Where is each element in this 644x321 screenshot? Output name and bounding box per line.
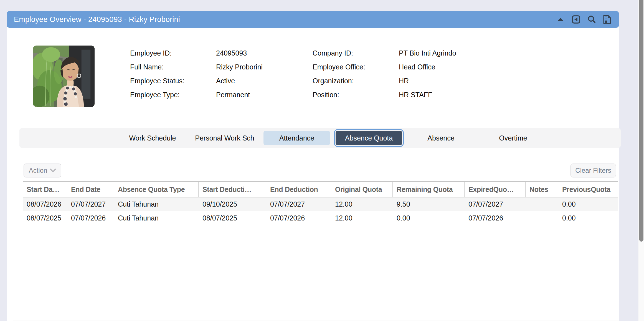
table-cell: 07/07/2027 — [465, 197, 526, 211]
table-cell: 09/10/2025 — [199, 197, 266, 211]
tab[interactable]: Overtime — [480, 131, 546, 145]
tab[interactable]: Work Schedule — [119, 131, 186, 145]
chevron-down-icon — [50, 169, 56, 172]
column-header[interactable]: PreviousQuota — [558, 182, 618, 197]
table-cell: 0.00 — [558, 211, 618, 225]
info-label: Company ID: — [313, 49, 399, 57]
table-cell: 07/07/2027 — [67, 197, 114, 211]
export-file-icon[interactable] — [602, 15, 612, 24]
column-header[interactable]: Original Quota — [331, 182, 393, 197]
clear-filters-button[interactable]: Clear Filters — [571, 164, 616, 177]
info-label: Full Name: — [130, 63, 216, 71]
tab[interactable]: Absence Quota — [336, 131, 402, 145]
tab[interactable]: Personal Work Sch — [191, 131, 258, 145]
table-cell — [526, 211, 558, 225]
table-cell: 9.50 — [393, 197, 465, 211]
table-cell: 07/07/2026 — [67, 211, 114, 225]
info-label: Employee Type: — [130, 91, 216, 99]
table-cell: 0.00 — [558, 197, 618, 211]
info-value: 24095093 — [216, 49, 247, 57]
table-cell: 07/07/2026 — [266, 211, 331, 225]
table-cell: 08/07/2026 — [23, 197, 67, 211]
employee-photo — [33, 46, 95, 107]
horizontal-scrollbar[interactable]: ◀ ▶ — [13, 320, 619, 321]
info-field: Employee Office: Head Office — [313, 60, 456, 74]
vertical-scrollbar-thumb[interactable] — [639, 0, 643, 242]
info-field: Employee ID: 24095093 — [130, 46, 263, 60]
info-label: Organization: — [313, 77, 399, 85]
action-button-label: Action — [29, 167, 47, 174]
table-cell: 0.00 — [393, 211, 465, 225]
tab[interactable]: Attendance — [263, 131, 330, 145]
table-cell: 12.00 — [331, 211, 393, 225]
column-header[interactable]: Start Deducti… — [199, 182, 266, 197]
column-header[interactable]: Start Da… — [23, 182, 67, 197]
table-cell: Cuti Tahunan — [114, 197, 199, 211]
action-button[interactable]: Action — [24, 164, 61, 177]
search-icon[interactable] — [587, 15, 596, 24]
panel-title: Employee Overview - 24095093 - Rizky Pro… — [14, 15, 180, 24]
info-value: Active — [216, 77, 235, 85]
employee-overview-panel: Employee Overview - 24095093 - Rizky Pro… — [7, 11, 619, 321]
tab-bar: Work Schedule Personal Work Sch Attendan… — [19, 128, 621, 148]
vertical-scrollbar[interactable] — [638, 0, 644, 321]
column-header[interactable]: End Date — [67, 182, 114, 197]
table-cell: 07/07/2027 — [266, 197, 331, 211]
column-header[interactable]: Absence Quota Type — [114, 182, 199, 197]
table-cell: 12.00 — [331, 197, 393, 211]
info-value: PT Bio Inti Agrindo — [399, 49, 456, 57]
info-value: Head Office — [399, 63, 435, 71]
collapse-icon[interactable] — [556, 15, 565, 24]
absence-quota-table: Start Da…End DateAbsence Quota TypeStart… — [23, 181, 618, 225]
info-label: Employee ID: — [130, 49, 216, 57]
tab[interactable]: Absence — [408, 131, 474, 145]
table-body: 08/07/202607/07/2027Cuti Tahunan09/10/20… — [23, 197, 618, 225]
info-value: HR — [399, 77, 409, 85]
column-header[interactable]: Remaining Quota — [393, 182, 465, 197]
table-row[interactable]: 08/07/202607/07/2027Cuti Tahunan09/10/20… — [23, 197, 618, 211]
info-field: Organization: HR — [313, 74, 456, 88]
table-cell: 07/07/2026 — [465, 211, 526, 225]
column-header[interactable]: End Deduction — [266, 182, 331, 197]
navigate-back-icon[interactable] — [571, 15, 581, 24]
column-header[interactable]: ExpiredQuo… — [465, 182, 526, 197]
info-field: Employee Status: Active — [130, 74, 263, 88]
table-cell: 08/07/2025 — [23, 211, 67, 225]
info-field: Employee Type: Permanent — [130, 88, 263, 102]
panel-titlebar: Employee Overview - 24095093 - Rizky Pro… — [7, 11, 619, 28]
employee-info-right: Company ID: PT Bio Inti Agrindo Employee… — [313, 46, 456, 102]
info-label: Position: — [313, 91, 399, 99]
table-row[interactable]: 08/07/202507/07/2026Cuti Tahunan08/07/20… — [23, 211, 618, 225]
info-value: HR STAFF — [399, 91, 432, 99]
info-value: Permanent — [216, 91, 250, 99]
info-label: Employee Status: — [130, 77, 216, 85]
table-cell — [526, 197, 558, 211]
table-cell: 08/07/2025 — [199, 211, 266, 225]
info-field: Company ID: PT Bio Inti Agrindo — [313, 46, 456, 60]
info-field: Position: HR STAFF — [313, 88, 456, 102]
titlebar-icons — [556, 15, 612, 24]
info-label: Employee Office: — [313, 63, 399, 71]
column-header[interactable]: Notes — [526, 182, 558, 197]
table-cell: Cuti Tahunan — [114, 211, 199, 225]
info-field: Full Name: Rizky Proborini — [130, 60, 263, 74]
info-value: Rizky Proborini — [216, 63, 263, 71]
employee-info-left: Employee ID: 24095093 Full Name: Rizky P… — [130, 46, 263, 102]
table-header-row: Start Da…End DateAbsence Quota TypeStart… — [23, 182, 618, 197]
